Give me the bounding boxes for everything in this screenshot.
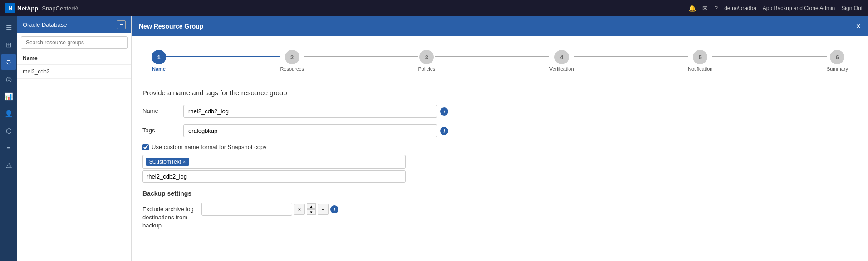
archive-info-icon[interactable]: i [330, 205, 338, 213]
grid-icon[interactable]: ⊞ [1, 37, 16, 53]
netapp-logo: N NetApp [5, 3, 38, 13]
notification-icon[interactable]: 🔔 [688, 5, 696, 12]
icon-rail: ☰ ⊞ 🛡 ◎ 📊 👤 ⬡ ≡ ⚠ [0, 16, 17, 261]
page-title: New Resource Group [139, 23, 203, 30]
step-circle-5: 5 [693, 50, 707, 64]
main-body: 1 Name 2 Resources 3 Policies [132, 36, 868, 261]
main-layout: ☰ ⊞ 🛡 ◎ 📊 👤 ⬡ ≡ ⚠ Oracle Database − Name… [0, 16, 868, 261]
logo-icon: N [5, 3, 15, 13]
stepper-down-button[interactable]: ▼ [307, 209, 316, 215]
people-icon[interactable]: 👤 [1, 106, 16, 121]
wizard-step-2[interactable]: 2 Resources [280, 50, 304, 72]
connector-2 [304, 56, 418, 57]
menu-icon[interactable]: ☰ [1, 20, 16, 35]
custom-name-label[interactable]: Use custom name format for Snapshot copy [152, 144, 267, 150]
step-label-3: Policies [418, 66, 435, 72]
tags-input[interactable] [183, 124, 437, 137]
step-circle-4: 4 [554, 50, 569, 64]
reports-icon[interactable]: ≡ [1, 140, 16, 156]
wizard-step-6[interactable]: 6 Summary [827, 50, 848, 72]
form-section-title: Provide a name and tags for the resource… [142, 89, 857, 97]
nav-left: N NetApp SnapCenter® [5, 3, 78, 13]
step-label-1: Name [152, 66, 166, 72]
mail-icon[interactable]: ✉ [702, 5, 708, 12]
resource-panel-title: Oracle Database [23, 21, 67, 28]
close-button[interactable]: × [856, 22, 861, 31]
step-label-5: Notification [688, 66, 712, 72]
main-content: New Resource Group × 1 Name 2 Resources [132, 16, 868, 261]
archive-minus-button[interactable]: − [318, 204, 329, 215]
archive-row: Exclude archive log destinations from ba… [142, 203, 857, 230]
resource-list-header: Name [17, 53, 131, 65]
connector-3 [435, 56, 549, 57]
step-circle-2: 2 [285, 50, 299, 64]
collapse-button[interactable]: − [117, 20, 126, 29]
logo-text: NetApp [17, 5, 38, 12]
top-navbar: N NetApp SnapCenter® 🔔 ✉ ? demo\oradba A… [0, 0, 868, 16]
connector-4 [574, 56, 688, 57]
chart-icon[interactable]: 📊 [1, 89, 16, 104]
wizard-steps: 1 Name 2 Resources 3 Policies [142, 45, 857, 76]
wizard-step-4[interactable]: 4 Verification [549, 50, 574, 72]
resource-panel: Oracle Database − Name rhel2_cdb2 [17, 16, 132, 261]
custom-name-row: Use custom name format for Snapshot copy [142, 144, 857, 150]
wizard-step-5[interactable]: 5 Notification [688, 50, 712, 72]
tags-label: Tags [142, 124, 179, 134]
connector-5 [712, 56, 826, 57]
stepper-buttons: ▲ ▼ [307, 203, 316, 215]
name-input[interactable] [183, 105, 437, 118]
globe-icon[interactable]: ◎ [1, 72, 16, 87]
name-label: Name [142, 105, 179, 114]
resource-panel-search [17, 33, 131, 53]
main-header: New Resource Group × [132, 16, 868, 36]
name-info-icon[interactable]: i [440, 107, 448, 116]
name-row: Name i [142, 105, 857, 118]
wizard-step-3[interactable]: 3 Policies [418, 50, 435, 72]
archive-label: Exclude archive log destinations from ba… [142, 203, 197, 230]
custom-text-container: $CustomText × [142, 155, 406, 183]
tags-info-icon[interactable]: i [440, 127, 448, 135]
help-icon[interactable]: ? [714, 5, 718, 12]
step-label-4: Verification [549, 66, 574, 72]
step-circle-6: 6 [830, 50, 844, 64]
custom-name-checkbox[interactable] [142, 144, 149, 150]
nav-right: 🔔 ✉ ? demo\oradba App Backup and Clone A… [688, 5, 863, 12]
user-role: App Backup and Clone Admin [763, 5, 835, 11]
topology-icon[interactable]: ⬡ [1, 123, 16, 139]
archive-clear-button[interactable]: × [294, 204, 305, 215]
step-circle-3: 3 [419, 50, 434, 64]
tags-row: Tags i [142, 124, 857, 137]
resource-panel-header: Oracle Database − [17, 16, 131, 33]
shield-icon[interactable]: 🛡 [1, 54, 16, 70]
signout-link[interactable]: Sign Out [841, 5, 863, 11]
tag-close-icon[interactable]: × [183, 159, 186, 164]
archive-input[interactable] [201, 203, 292, 216]
list-item[interactable]: rhel2_cdb2 [17, 65, 131, 79]
user-info: demo\oradba [724, 5, 756, 11]
step-label-6: Summary [827, 66, 848, 72]
tags-input-wrap: i [183, 124, 857, 137]
alert-icon[interactable]: ⚠ [1, 158, 16, 173]
custom-text-tag[interactable]: $CustomText × [146, 158, 189, 166]
step-circle-1: 1 [152, 50, 166, 64]
app-name: SnapCenter® [42, 5, 78, 12]
snapshot-name-input[interactable] [142, 170, 406, 183]
archive-input-group: × ▲ ▼ − i [201, 203, 338, 216]
step-label-2: Resources [280, 66, 304, 72]
search-input[interactable] [21, 36, 128, 49]
connector-1 [166, 56, 280, 57]
name-input-wrap: i [183, 105, 857, 118]
wizard-step-1[interactable]: 1 Name [152, 50, 166, 72]
backup-settings-title: Backup settings [142, 190, 857, 197]
tag-bar: $CustomText × [142, 155, 406, 169]
stepper-up-button[interactable]: ▲ [307, 203, 316, 209]
